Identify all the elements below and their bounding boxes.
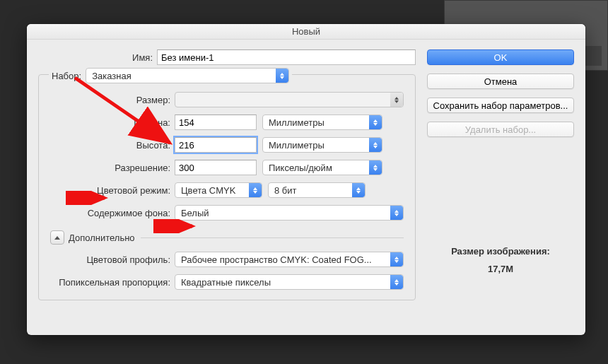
chevron-updown-icon <box>369 138 382 152</box>
resolution-unit-select[interactable]: Пикселы/дюйм <box>262 160 382 175</box>
width-unit-select[interactable]: Миллиметры <box>262 115 382 130</box>
advanced-disclosure-button[interactable] <box>50 230 64 245</box>
ok-button[interactable]: OK <box>427 49 574 65</box>
size-select[interactable] <box>175 92 404 107</box>
background-label: Содержимое фона: <box>50 208 175 218</box>
cancel-button[interactable]: Отмена <box>427 74 574 89</box>
height-input[interactable] <box>175 137 257 153</box>
colormode-value: Цвета CMYK <box>181 185 235 196</box>
chevron-updown-icon <box>276 69 288 83</box>
dialog-title: Новый <box>27 24 585 40</box>
bitdepth-select[interactable]: 8 бит <box>268 182 366 198</box>
colormode-label: Цветовой режим: <box>50 185 175 196</box>
preset-label: Набор: <box>52 71 81 81</box>
image-size-value: 17,7M <box>427 261 574 278</box>
chevron-updown-icon <box>390 93 403 107</box>
height-label: Высота: <box>50 140 175 151</box>
height-unit-value: Миллиметры <box>269 140 325 151</box>
chevron-updown-icon <box>369 115 382 129</box>
size-label: Размер: <box>50 95 175 105</box>
profile-label: Цветовой профиль: <box>50 254 175 265</box>
name-input[interactable] <box>157 49 416 65</box>
chevron-updown-icon <box>390 252 403 266</box>
delete-preset-button[interactable]: Удалить набор... <box>427 122 574 137</box>
background-value: Белый <box>181 208 209 218</box>
width-input[interactable] <box>175 115 257 130</box>
new-document-dialog: Новый Имя: Набор: Заказная <box>27 24 585 335</box>
bitdepth-value: 8 бит <box>274 185 297 196</box>
background-select[interactable]: Белый <box>175 205 404 221</box>
chevron-updown-icon <box>352 183 365 197</box>
colormode-select[interactable]: Цвета CMYK <box>175 182 262 198</box>
chevron-updown-icon <box>369 160 382 175</box>
resolution-label: Разрешение: <box>50 163 175 173</box>
profile-select[interactable]: Рабочее пространство CMYK: Coated FOG... <box>175 252 404 267</box>
chevron-updown-icon <box>390 206 403 220</box>
save-preset-button[interactable]: Сохранить набор параметров... <box>427 98 574 113</box>
resolution-input[interactable] <box>175 160 257 175</box>
advanced-label: Дополнительно <box>69 233 135 243</box>
chevron-updown-icon <box>390 275 403 289</box>
image-size-label: Размер изображения: <box>427 243 574 261</box>
divider <box>141 237 404 238</box>
pixelaspect-value: Квадратные пикселы <box>181 277 271 288</box>
name-label: Имя: <box>129 52 153 63</box>
height-unit-select[interactable]: Миллиметры <box>262 137 382 153</box>
width-label: Ширина: <box>50 117 175 128</box>
pixelaspect-label: Попиксельная пропорция: <box>50 277 175 288</box>
resolution-unit-value: Пикселы/дюйм <box>269 163 332 173</box>
width-unit-value: Миллиметры <box>269 117 325 128</box>
preset-value: Заказная <box>92 71 131 81</box>
profile-value: Рабочее пространство CMYK: Coated FOG... <box>181 254 372 265</box>
chevron-updown-icon <box>249 183 262 197</box>
pixelaspect-select[interactable]: Квадратные пикселы <box>175 274 404 290</box>
preset-select[interactable]: Заказная <box>86 68 289 83</box>
